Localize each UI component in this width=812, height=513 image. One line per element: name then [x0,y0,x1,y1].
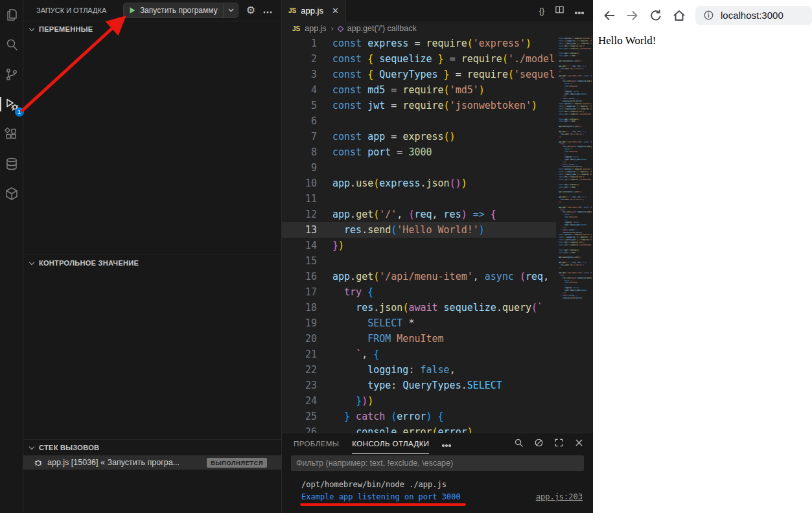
panel-tabs-more-icon[interactable] [442,438,451,450]
package-icon[interactable] [3,185,20,202]
editor-more-icon[interactable] [575,5,584,17]
variables-body [23,37,281,255]
code-text: const app = express() [317,129,456,144]
code-line[interactable]: 6 [282,113,556,129]
callstack-session-row[interactable]: app.js [15036] « Запустить програ... ВЫП… [23,455,281,470]
code-line[interactable]: 4const md5 = require('md5') [282,82,556,98]
code-line[interactable]: 15 [282,253,556,269]
breadcrumb-file[interactable]: app.js [305,24,326,33]
code-line[interactable]: 23 type: QueryTypes.SELECT [282,378,556,393]
line-number: 6 [282,113,317,129]
js-file-icon: JS [288,7,296,14]
source-control-icon[interactable] [3,66,20,83]
code-text: const md5 = require('md5') [317,82,485,98]
home-icon[interactable] [668,5,690,27]
maximize-panel-icon[interactable] [554,438,564,450]
code-text: const port = 3000 [317,144,432,160]
code-line[interactable]: 16app.get('/api/menu-item', async (req, … [282,269,556,284]
close-panel-icon[interactable] [574,438,584,450]
search-icon[interactable] [3,36,20,53]
code-text [317,253,332,269]
code-line[interactable]: 14}) [282,238,556,253]
split-editor-icon[interactable] [555,5,564,17]
code-line[interactable]: 2const { sequelize } = require('./models… [282,51,556,67]
watch-section-header[interactable]: КОНТРОЛЬНОЕ ЗНАЧЕНИЕ [23,255,281,271]
back-icon[interactable] [598,5,620,27]
tab-label: app.js [301,6,323,16]
line-number: 13 [282,222,317,238]
code-line[interactable]: 21 `, { [282,347,556,362]
tab-close-icon[interactable]: ✕ [332,6,339,16]
code-line[interactable]: 12app.get('/', (req, res) => { [282,207,556,222]
run-and-debug-icon[interactable]: 1 [3,96,20,113]
code-line[interactable]: 20 FROM MenuItem [282,331,556,347]
tab-debug-console[interactable]: КОНСОЛЬ ОТЛАДКИ [352,433,429,454]
variables-section-header[interactable]: ПЕРЕМЕННЫЕ [23,21,281,37]
extensions-icon[interactable] [3,126,20,142]
forward-icon[interactable] [621,5,644,27]
code-text: const jwt = require('jsonwebtoken') [317,98,537,113]
run-config-picker[interactable]: Запустить программу [123,3,238,18]
console-filter-input[interactable] [291,455,584,471]
editor-group: JS app.js ✕ {} JS app.js › app.get('/') … [282,0,593,513]
code-line[interactable]: 8const port = 3000 [282,144,556,160]
code-text [317,191,332,207]
code-text: try { [317,284,373,300]
code-text: FROM MenuItem [317,331,444,347]
callstack-section: СТЕК ВЫЗОВОВ app.js [15036] « Запустить … [23,439,281,513]
line-number: 2 [282,51,317,67]
code-text: logging: false, [317,362,456,378]
line-number: 24 [282,393,317,409]
tab-problems[interactable]: ПРОБЛЕМЫ [294,433,339,454]
braces-icon[interactable]: {} [539,6,544,16]
browser-toolbar: localhost:3000 [593,0,812,30]
code-line[interactable]: 9 [282,160,556,176]
editor-actions: {} [539,0,593,21]
explorer-icon[interactable] [3,6,20,23]
code-line[interactable]: 5const jwt = require('jsonwebtoken') [282,98,556,113]
tab-appjs[interactable]: JS app.js ✕ [282,0,346,21]
code-text: })) [317,393,373,409]
code-line[interactable]: 25 } catch (error) { [282,409,556,424]
url-text[interactable]: localhost:3000 [721,10,783,21]
database-icon[interactable] [3,155,20,172]
code-line[interactable]: 7const app = express() [282,129,556,144]
run-config-chevron-icon[interactable] [224,3,238,17]
line-number: 19 [282,315,317,331]
callstack-section-header[interactable]: СТЕК ВЫЗОВОВ [23,440,281,455]
line-number: 22 [282,362,317,378]
code-line[interactable]: 3const { QueryTypes } = require('sequeli… [282,67,556,82]
panel-search-icon[interactable] [514,438,524,450]
code-line[interactable]: 18 res.json(await sequelize.query(` [282,300,556,315]
debug-badge: 1 [15,108,24,117]
line-number: 23 [282,378,317,393]
address-bar[interactable]: localhost:3000 [695,6,812,25]
code-text: SELECT * [317,315,414,331]
minimap[interactable]: const express = require('express')const … [556,36,593,433]
start-debug-icon[interactable] [128,6,136,14]
code-line[interactable]: 13 res.send('Hello World!') [282,222,556,238]
code-text: const { QueryTypes } = require('sequeliz… [317,67,556,82]
code-line[interactable]: 19 SELECT * [282,315,556,331]
line-number: 26 [282,424,317,433]
refresh-icon[interactable] [645,5,667,27]
site-info-icon[interactable] [703,10,714,21]
line-number: 11 [282,191,317,207]
breadcrumb-symbol[interactable]: app.get('/') callback [347,24,417,33]
code-line[interactable]: 26 console.error(error) [282,424,556,433]
source-location-link[interactable]: app.js:203 [536,491,583,503]
line-number: 12 [282,207,317,222]
breadcrumb-separator: › [331,24,334,33]
sidebar-more-icon[interactable] [263,5,272,16]
code-line[interactable]: 1const express = require('express') [282,36,556,51]
chevron-down-icon [29,259,34,264]
code-line[interactable]: 22 logging: false, [282,362,556,378]
line-number: 7 [282,129,317,144]
code-line[interactable]: 17 try { [282,284,556,300]
run-config-label[interactable]: Запустить программу [140,6,218,15]
code-line[interactable]: 10app.use(express.json()) [282,176,556,191]
clear-console-icon[interactable] [534,438,544,450]
code-line[interactable]: 24 })) [282,393,556,409]
debug-settings-gear-icon[interactable]: ⚙ [246,5,255,16]
code-line[interactable]: 11 [282,191,556,207]
